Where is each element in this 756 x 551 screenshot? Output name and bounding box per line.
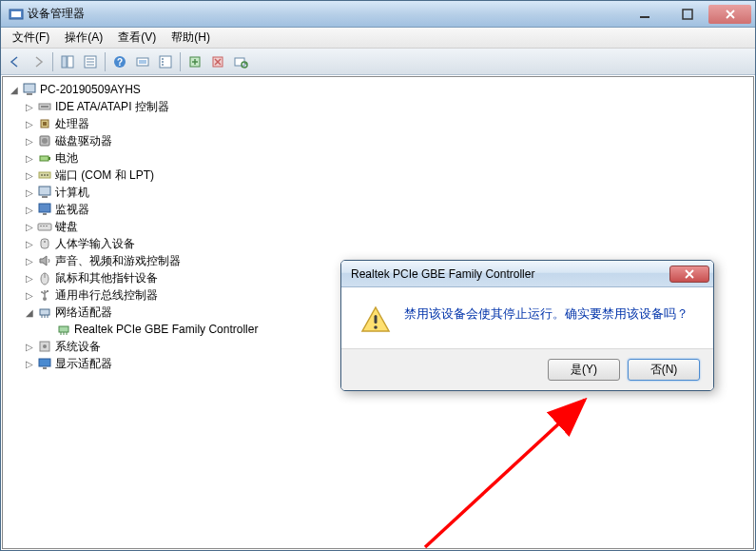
- tree-category[interactable]: ▷键盘: [5, 218, 751, 235]
- expand-icon[interactable]: ▷: [24, 341, 35, 352]
- svg-point-34: [44, 174, 46, 176]
- computer-icon: [37, 185, 52, 200]
- tree-category[interactable]: ▷电池: [5, 149, 751, 167]
- expand-icon[interactable]: ◢: [24, 306, 35, 318]
- menu-help[interactable]: 帮助(H): [164, 28, 218, 48]
- expand-icon[interactable]: ▷: [24, 169, 35, 181]
- expand-icon[interactable]: ▷: [24, 289, 35, 301]
- show-hide-tree-button[interactable]: [57, 51, 78, 72]
- app-icon: [9, 7, 24, 22]
- tree-device-label: Realtek PCIe GBE Family Controller: [74, 323, 258, 336]
- svg-text:?: ?: [117, 57, 123, 68]
- close-button[interactable]: [708, 5, 751, 24]
- svg-point-17: [162, 64, 164, 66]
- dialog-title: Realtek PCIe GBE Family Controller: [351, 267, 669, 281]
- tree-category-label: 系统设备: [55, 339, 101, 355]
- svg-rect-27: [43, 122, 47, 126]
- svg-rect-51: [47, 290, 48, 292]
- svg-rect-1: [11, 11, 21, 17]
- tree-category[interactable]: ▷端口 (COM 和 LPT): [5, 167, 751, 184]
- svg-rect-43: [46, 226, 48, 226]
- tree-category-label: 人体学输入设备: [55, 236, 135, 252]
- svg-point-35: [47, 174, 48, 176]
- tree-category[interactable]: ▷计算机: [5, 184, 751, 201]
- mouse-icon: [37, 270, 52, 285]
- menu-action[interactable]: 操作(A): [57, 28, 110, 48]
- tree-category[interactable]: ▷磁盘驱动器: [5, 132, 751, 149]
- separator: [105, 52, 106, 71]
- svg-rect-64: [375, 315, 378, 324]
- svg-rect-23: [27, 93, 32, 95]
- tree-category[interactable]: ▷人体学输入设备: [5, 235, 751, 252]
- expand-icon[interactable]: ▷: [24, 187, 35, 198]
- expand-icon[interactable]: ▷: [24, 101, 35, 112]
- svg-rect-36: [39, 187, 50, 195]
- expand-icon[interactable]: ▷: [24, 255, 35, 266]
- tree-category[interactable]: ▷监视器: [5, 201, 751, 218]
- expand-icon[interactable]: ▷: [24, 221, 35, 232]
- port-icon: [37, 167, 52, 183]
- display-icon: [37, 356, 52, 371]
- tree-category-label: 端口 (COM 和 LPT): [55, 167, 154, 184]
- menu-view[interactable]: 查看(V): [110, 28, 164, 48]
- minimize-button[interactable]: [623, 5, 666, 24]
- menu-file[interactable]: 文件(F): [5, 28, 57, 48]
- expand-icon[interactable]: ▷: [24, 152, 35, 164]
- svg-rect-2: [640, 16, 649, 18]
- separator: [52, 52, 53, 71]
- system-icon: [37, 339, 52, 354]
- dialog-titlebar[interactable]: Realtek PCIe GBE Family Controller: [341, 261, 713, 287]
- svg-point-16: [162, 61, 164, 63]
- scan-button[interactable]: [132, 51, 153, 72]
- svg-rect-4: [62, 56, 67, 68]
- svg-point-33: [41, 174, 43, 176]
- tree-root[interactable]: ◢ PC-20190509AYHS: [5, 81, 751, 98]
- svg-rect-62: [39, 359, 50, 366]
- expand-icon[interactable]: ▷: [24, 204, 35, 215]
- no-button[interactable]: 否(N): [628, 359, 700, 381]
- svg-point-48: [43, 297, 47, 301]
- titlebar[interactable]: 设备管理器: [1, 1, 755, 28]
- expand-icon[interactable]: ▷: [24, 358, 35, 369]
- warning-icon: [360, 305, 391, 335]
- tree-category-label: 通用串行总线控制器: [55, 287, 158, 304]
- update-driver-button[interactable]: [184, 51, 205, 72]
- expand-icon[interactable]: ▷: [24, 272, 35, 284]
- forward-button[interactable]: [28, 51, 48, 72]
- tree-category[interactable]: ▷IDE ATA/ATAPI 控制器: [5, 98, 751, 115]
- uninstall-button[interactable]: [207, 51, 228, 72]
- maximize-button[interactable]: [666, 5, 708, 24]
- expand-icon[interactable]: ▷: [24, 238, 35, 249]
- svg-rect-25: [41, 106, 48, 108]
- expand-icon[interactable]: ▷: [24, 135, 35, 147]
- back-button[interactable]: [5, 51, 26, 72]
- svg-rect-56: [59, 326, 68, 332]
- svg-point-15: [162, 58, 164, 60]
- svg-point-65: [374, 325, 378, 329]
- svg-rect-30: [40, 156, 48, 161]
- dialog-close-button[interactable]: [669, 266, 709, 283]
- svg-point-29: [42, 138, 48, 144]
- battery-icon: [37, 150, 52, 166]
- window-controls: [623, 5, 751, 24]
- svg-point-61: [43, 344, 47, 348]
- network-icon: [37, 305, 52, 320]
- scan-hardware-button[interactable]: [230, 51, 251, 72]
- collapse-icon[interactable]: ◢: [9, 84, 20, 95]
- properties-button[interactable]: [80, 51, 101, 72]
- svg-rect-5: [68, 56, 73, 68]
- view-button[interactable]: [155, 51, 176, 72]
- tree-category-label: 处理器: [55, 116, 89, 132]
- yes-button[interactable]: 是(Y): [548, 359, 620, 381]
- tree-category-label: IDE ATA/ATAPI 控制器: [55, 99, 169, 115]
- tree-category-label: 监视器: [55, 202, 89, 218]
- svg-rect-44: [41, 239, 48, 248]
- svg-rect-40: [38, 224, 51, 230]
- svg-rect-42: [43, 226, 45, 226]
- tree-category[interactable]: ▷处理器: [5, 115, 751, 132]
- tree-category-label: 显示适配器: [55, 356, 112, 372]
- svg-rect-31: [48, 157, 50, 160]
- expand-icon[interactable]: ▷: [24, 118, 35, 129]
- svg-rect-52: [40, 309, 49, 315]
- help-button[interactable]: ?: [109, 51, 130, 72]
